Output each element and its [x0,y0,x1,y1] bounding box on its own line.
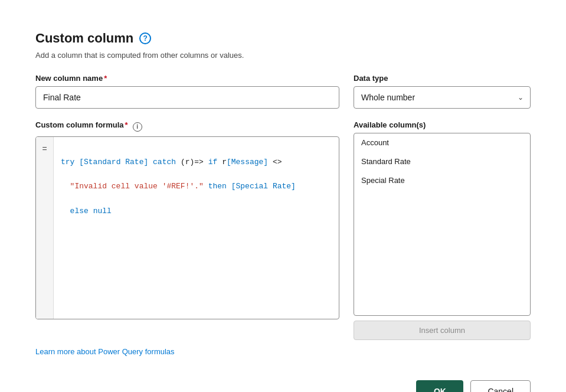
list-item[interactable]: Special Rate [354,171,530,190]
column-name-input[interactable] [35,86,339,109]
data-type-section: Data type Whole number Decimal number Te… [354,74,531,109]
footer-buttons: OK Cancel [35,380,531,392]
formula-equals-sign: = [36,137,54,319]
list-item[interactable]: Standard Rate [354,152,530,171]
data-type-select[interactable]: Whole number Decimal number Text Date Tr… [354,86,531,109]
custom-column-dialog: Custom column ? Add a column that is com… [12,12,554,392]
dialog-subtitle: Add a column that is computed from other… [35,51,531,60]
top-form-row: New column name* Data type Whole number … [35,74,531,109]
cancel-button[interactable]: Cancel [470,380,531,392]
formula-label: Custom column formula* [35,120,128,129]
formula-label-row: Custom column formula* i [35,120,339,133]
formula-col-left: Custom column formula* i = try [Standard… [35,120,339,319]
help-icon[interactable]: ? [139,32,151,44]
learn-more-link[interactable]: Learn more about Power Query formulas [35,347,175,356]
formula-info-icon[interactable]: i [133,122,142,132]
data-type-label: Data type [354,74,531,83]
available-columns-label: Available column(s) [354,120,531,129]
ok-button[interactable]: OK [416,380,463,392]
available-columns-list: Account Standard Rate Special Rate [354,133,531,316]
data-type-select-wrapper: Whole number Decimal number Text Date Tr… [354,86,531,109]
dialog-header: Custom column ? [35,31,531,46]
dialog-title: Custom column [35,31,133,46]
insert-column-button[interactable]: Insert column [354,321,531,340]
formula-editor[interactable]: try [Standard Rate] catch (r)=> if r[Mes… [54,137,339,319]
formula-container: = try [Standard Rate] catch (r)=> if r[M… [35,136,339,319]
list-item[interactable]: Account [354,133,530,152]
formula-section: Custom column formula* i = try [Standard… [35,120,531,340]
column-name-label: New column name* [35,74,339,83]
column-name-section: New column name* [35,74,339,109]
available-columns-section: Available column(s) Account Standard Rat… [354,120,531,340]
